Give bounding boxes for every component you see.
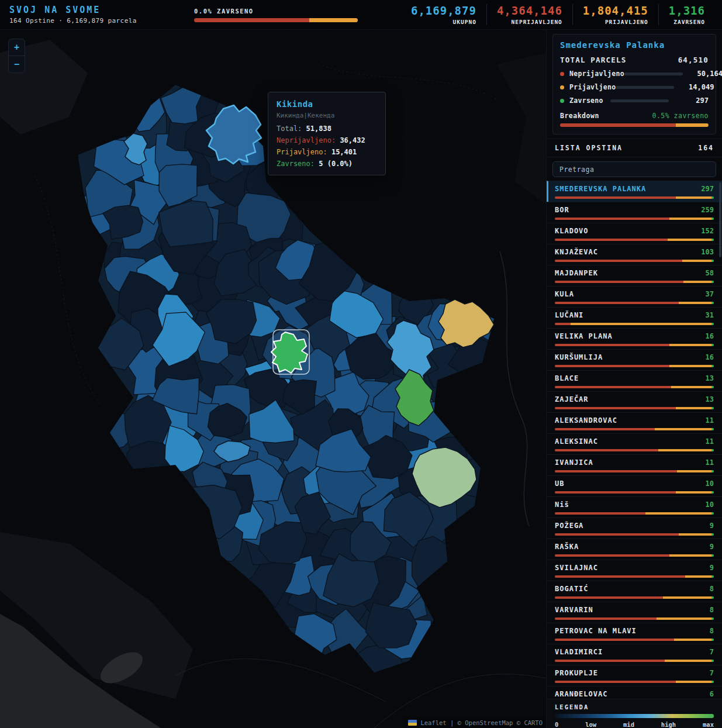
search-input[interactable] bbox=[552, 161, 716, 177]
attribution-text[interactable]: Leaflet | © OpenStreetMap © CARTO bbox=[420, 719, 543, 726]
municipality-detail-panel: Smederevska Palanka TOTAL PARCELS 64,510… bbox=[552, 34, 716, 134]
municipality-list-item[interactable]: KLADOVO 152 bbox=[547, 223, 722, 244]
municipality-list-item[interactable]: IVANJICA 11 bbox=[547, 454, 722, 475]
municipality-count: 16 bbox=[706, 353, 714, 361]
municipality-bar bbox=[555, 491, 714, 494]
stat-label: PRIJAVLJENO bbox=[583, 19, 648, 25]
municipality-list-item[interactable]: VLADIMIRCI 7 bbox=[547, 644, 722, 665]
detail-row-bar bbox=[616, 86, 674, 89]
municipality-list-item[interactable]: PROKUPLJE 7 bbox=[547, 665, 722, 686]
tooltip-row-value: 36,432 bbox=[340, 136, 365, 144]
zoom-in-button[interactable]: + bbox=[9, 39, 25, 56]
municipality-list-item[interactable]: BLACE 13 bbox=[547, 370, 722, 391]
breakdown-label: Breakdown bbox=[560, 112, 599, 120]
municipality-name: VLADIMIRCI bbox=[555, 648, 603, 656]
municipality-list-item[interactable]: UB 10 bbox=[547, 475, 722, 496]
municipality-name: LUČANI bbox=[555, 311, 583, 319]
municipality-list-item[interactable]: PETROVAC NA MLAVI 8 bbox=[547, 623, 722, 644]
header-stat: 6,169,879 UKUPNO bbox=[401, 4, 486, 25]
municipality-list-item[interactable]: MAJDANPEK 58 bbox=[547, 265, 722, 286]
municipality-bar bbox=[555, 554, 714, 557]
municipality-name: POŽEGA bbox=[555, 522, 583, 530]
municipality-list-item[interactable]: SVILAJNAC 9 bbox=[547, 560, 722, 581]
stat-value: 1,804,415 bbox=[583, 4, 648, 17]
municipality-bar bbox=[555, 239, 714, 241]
legend-label: max bbox=[703, 721, 714, 728]
municipality-list-item[interactable]: POŽEGA 9 bbox=[547, 517, 722, 539]
municipality-list-item[interactable]: KURŠUMLIJA 16 bbox=[547, 349, 722, 370]
detail-row-label: Neprijavljeno bbox=[569, 70, 624, 78]
detail-row-value: 50,164 bbox=[689, 70, 722, 78]
tooltip-title: Kikinda bbox=[277, 99, 377, 109]
legend-panel: LEGENDA 0lowmidhighmax bbox=[547, 699, 722, 728]
zoom-out-button[interactable]: − bbox=[9, 56, 25, 73]
municipality-name: SVILAJNAC bbox=[555, 564, 598, 572]
tooltip-row-label: Total: bbox=[277, 125, 306, 133]
global-progress-label: 0.0% ZAVRSENO bbox=[194, 8, 358, 15]
municipality-list-item[interactable]: KULA 37 bbox=[547, 286, 722, 307]
legend-label: high bbox=[661, 721, 676, 728]
list-scrollbar[interactable] bbox=[719, 182, 721, 257]
municipality-name: VELIKA PLANA bbox=[555, 332, 613, 340]
municipality-list-item[interactable]: ZAJEČAR 13 bbox=[547, 391, 722, 412]
municipality-bar bbox=[555, 681, 714, 683]
global-progress: 0.0% ZAVRSENO bbox=[194, 8, 358, 22]
municipality-bar bbox=[555, 365, 714, 367]
municipality-list-item[interactable]: BOR 259 bbox=[547, 202, 722, 223]
municipality-count: 7 bbox=[710, 669, 714, 677]
municipality-name: BOGATIĆ bbox=[555, 585, 589, 593]
municipality-list-item[interactable]: LUČANI 31 bbox=[547, 307, 722, 328]
municipality-bar bbox=[555, 449, 714, 451]
municipality-name: PROKUPLJE bbox=[555, 669, 598, 677]
progress-orange-segment bbox=[309, 18, 358, 22]
legend-label: 0 bbox=[555, 721, 558, 728]
municipality-name: PETROVAC NA MLAVI bbox=[555, 627, 637, 635]
breakdown-status: 0.5% zavrseno bbox=[652, 112, 709, 120]
municipality-list-item[interactable]: Niš 10 bbox=[547, 496, 722, 517]
map-zoom-control: + − bbox=[8, 39, 25, 73]
municipality-list-item[interactable]: ARANĐELOVAC 6 bbox=[547, 686, 722, 699]
stat-value: 1,316 bbox=[669, 4, 705, 17]
municipality-list-item[interactable]: VARVARIN 8 bbox=[547, 602, 722, 623]
municipality-bar bbox=[555, 344, 714, 346]
municipality-list-item[interactable]: SMEDEREVSKA PALANKA 297 bbox=[547, 181, 722, 202]
map-canvas[interactable]: + − Kikinda Кикинда|Кекенда Total: 51,83… bbox=[0, 29, 547, 728]
municipality-name: Niš bbox=[555, 501, 569, 509]
municipality-count: 103 bbox=[701, 248, 714, 256]
tooltip-row: Zavrseno: 5 (0.0%) bbox=[277, 160, 377, 168]
municipality-list-item[interactable]: ALEKSINAC 11 bbox=[547, 433, 722, 454]
municipality-count: 10 bbox=[706, 479, 714, 488]
municipality-name: VARVARIN bbox=[555, 606, 593, 614]
municipality-bar bbox=[555, 260, 714, 262]
municipality-list-item[interactable]: ALEKSANDROVAC 11 bbox=[547, 412, 722, 433]
municipality-list-item[interactable]: VELIKA PLANA 16 bbox=[547, 328, 722, 349]
header-stats: 6,169,879 UKUPNO 4,364,146 NEPRIJAVLJENO… bbox=[401, 4, 722, 25]
tooltip-subtitle: Кикинда|Кекенда bbox=[277, 112, 377, 119]
municipality-count: 8 bbox=[710, 606, 714, 614]
stat-label: ZAVRSENO bbox=[669, 19, 705, 25]
municipality-count: 10 bbox=[706, 501, 714, 509]
stat-value: 6,169,879 bbox=[411, 4, 476, 17]
municipality-bar bbox=[555, 660, 714, 662]
tooltip-row: Prijavljeno: 15,401 bbox=[277, 148, 377, 156]
status-dot-icon bbox=[560, 72, 564, 76]
municipality-list-item[interactable]: BOGATIĆ 8 bbox=[547, 581, 722, 602]
municipality-count: 16 bbox=[706, 332, 714, 340]
municipality-list[interactable]: SMEDEREVSKA PALANKA 297 BOR 259 KLADOVO … bbox=[547, 181, 722, 699]
municipality-bar bbox=[555, 470, 714, 472]
municipality-count: 9 bbox=[710, 564, 714, 572]
municipality-bar bbox=[555, 575, 714, 578]
municipality-name: KNJAŽEVAC bbox=[555, 248, 598, 256]
municipality-list-item[interactable]: RAŠKA 9 bbox=[547, 539, 722, 560]
stat-value: 4,364,146 bbox=[497, 4, 562, 17]
municipality-name: KULA bbox=[555, 290, 574, 298]
municipality-list-item[interactable]: KNJAŽEVAC 103 bbox=[547, 244, 722, 265]
municipality-name: ZAJEČAR bbox=[555, 395, 589, 403]
map-attribution: Leaflet | © OpenStreetMap © CARTO bbox=[404, 717, 547, 728]
municipality-count: 152 bbox=[701, 227, 714, 235]
municipality-count: 11 bbox=[706, 437, 714, 446]
municipality-name: ARANĐELOVAC bbox=[555, 690, 607, 698]
detail-stat-rows: Neprijavljeno 50,164 Prijavljeno 14,049 … bbox=[560, 70, 709, 105]
sidebar: Smederevska Palanka TOTAL PARCELS 64,510… bbox=[546, 29, 722, 728]
tooltip-row-label: Prijavljeno: bbox=[277, 148, 331, 156]
